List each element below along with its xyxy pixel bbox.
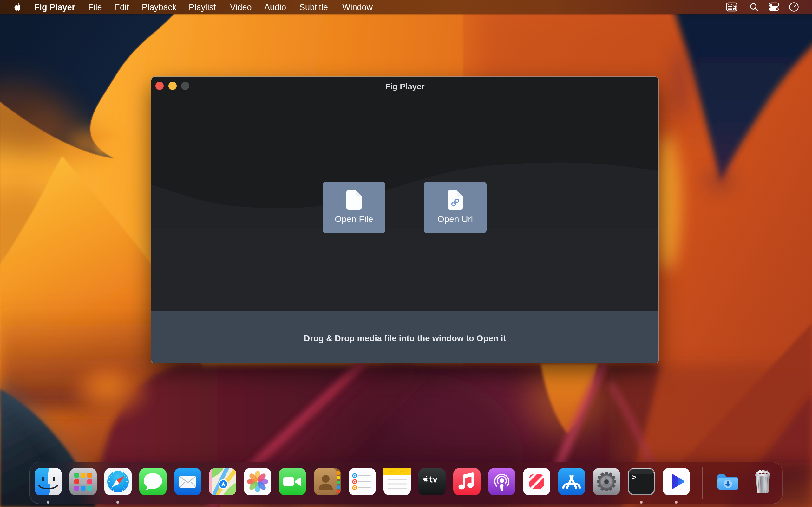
svg-text:>_: >_ [631, 473, 642, 483]
